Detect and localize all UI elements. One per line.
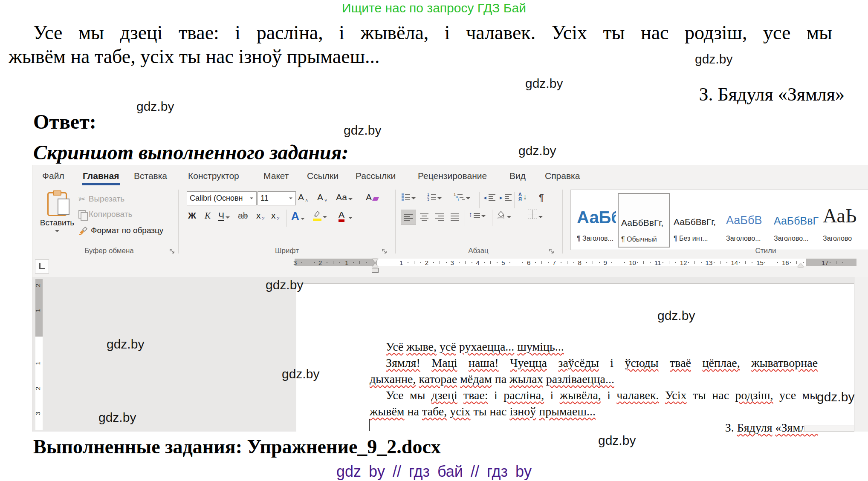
quote-attribution: З. Бядуля «Зямля» bbox=[699, 84, 845, 105]
superscript-button[interactable]: х2 bbox=[271, 210, 280, 221]
align-center-icon bbox=[420, 213, 428, 221]
gdzby-watermark: gdz.by bbox=[598, 433, 636, 448]
line-spacing-button[interactable]: ↕ bbox=[469, 210, 486, 218]
grow-font-button[interactable]: А˄ bbox=[298, 192, 308, 202]
horizontal-ruler-margin-left[interactable]: 321 bbox=[295, 259, 377, 266]
ruler-number: 9 bbox=[603, 259, 607, 266]
sort-az-icon: А Я bbox=[518, 192, 522, 202]
tab-Ссылки[interactable]: Ссылки bbox=[307, 170, 339, 185]
bullets-button[interactable] bbox=[402, 193, 416, 201]
style-preview: АаБбВвГ bbox=[774, 196, 819, 227]
tab-Справка[interactable]: Справка bbox=[545, 170, 580, 185]
style-preview: АаБбВвГг, bbox=[674, 196, 720, 227]
style-item-6[interactable]: АаЬЗаголово bbox=[820, 193, 866, 246]
style-item-3[interactable]: АаБбВвГг,¶ Без инт... bbox=[671, 193, 720, 246]
ruler-number: 2 bbox=[425, 259, 428, 266]
ruler-number: 14 bbox=[731, 259, 738, 266]
document-text-line: З. Бядуля «Зямля» bbox=[370, 420, 818, 435]
style-item-4[interactable]: АаБбВЗаголово... bbox=[723, 193, 769, 246]
tab-Макет[interactable]: Макет bbox=[263, 170, 289, 185]
first-line-indent-marker[interactable] bbox=[372, 259, 378, 262]
decrease-indent-button[interactable]: ◄ bbox=[483, 194, 495, 201]
clipboard-dialog-launcher-icon[interactable] bbox=[170, 249, 175, 254]
paragraph-dialog-launcher-icon[interactable] bbox=[549, 249, 555, 254]
ribbon: Вставить ✂ Вырезать Копировать Формат по… bbox=[32, 186, 868, 258]
shading-button[interactable] bbox=[496, 210, 511, 219]
vertical-ruler[interactable]: 123 bbox=[35, 337, 43, 430]
borders-grid-icon bbox=[528, 210, 537, 219]
font-size-chevron-icon[interactable] bbox=[289, 198, 292, 199]
clear-formatting-button[interactable]: А bbox=[366, 192, 378, 202]
gdzby-watermark: gdz.by bbox=[695, 52, 732, 66]
underline-button[interactable]: Ч bbox=[218, 210, 230, 221]
ruler-number: 16 bbox=[782, 259, 789, 266]
ruler-number: 1 bbox=[34, 308, 41, 312]
style-item-1[interactable]: АаБб¶ Заголов... bbox=[574, 193, 616, 246]
style-item-2[interactable]: АаБбВвГг,¶ Обычный bbox=[618, 193, 670, 248]
italic-button[interactable]: К bbox=[205, 210, 211, 221]
tab-Рецензирование[interactable]: Рецензирование bbox=[418, 170, 487, 185]
hanging-indent-marker[interactable] bbox=[372, 263, 378, 267]
font-name-value: Calibri (Основн bbox=[190, 194, 243, 203]
ruler-number: 2 bbox=[318, 259, 322, 266]
tab-stop-selector[interactable] bbox=[35, 259, 49, 274]
gdzby-watermark: gdz.by bbox=[518, 144, 556, 158]
gdzby-watermark: gdz.by bbox=[344, 123, 381, 138]
tab-Вид[interactable]: Вид bbox=[509, 170, 526, 185]
show-formatting-marks-button[interactable]: ¶ bbox=[539, 192, 544, 203]
strikethrough-button[interactable]: ab bbox=[238, 210, 248, 221]
ruler-number: 3 bbox=[293, 259, 297, 266]
document-text-line: Зямля! Маці наша! Чуецца заўсёды і ўсюды… bbox=[370, 355, 818, 371]
style-item-5[interactable]: АаБбВвГЗаголово... bbox=[771, 193, 819, 246]
borders-button[interactable] bbox=[528, 210, 543, 219]
left-indent-marker[interactable] bbox=[372, 268, 379, 273]
multilevel-list-button[interactable]: 1 a i bbox=[454, 193, 470, 201]
paste-button[interactable]: Вставить bbox=[38, 190, 77, 241]
bold-button[interactable]: Ж bbox=[188, 210, 196, 221]
cut-label: Вырезать bbox=[89, 194, 125, 204]
font-color-button[interactable]: А bbox=[339, 210, 353, 220]
tab-Главная[interactable]: Главная bbox=[83, 170, 119, 185]
vertical-ruler-margin[interactable]: 21 bbox=[35, 279, 43, 337]
change-case-button[interactable]: Аа bbox=[336, 192, 353, 202]
align-right-icon bbox=[435, 213, 444, 221]
increase-indent-button[interactable]: ► bbox=[499, 194, 512, 201]
gdzby-watermark: gdz.by bbox=[525, 76, 563, 91]
font-size-combobox[interactable]: 11 bbox=[258, 191, 296, 205]
document-page[interactable]: Усё жыве, усё рухаецца... шуміць...Зямля… bbox=[296, 283, 855, 432]
ruler-number: 3 bbox=[451, 259, 454, 266]
font-name-combobox[interactable]: Calibri (Основн bbox=[187, 191, 257, 205]
shrink-font-button[interactable]: А˅ bbox=[317, 192, 327, 202]
copy-button[interactable]: Копировать bbox=[78, 208, 132, 220]
ruler-number: 10 bbox=[629, 259, 636, 266]
tab-Конструктор[interactable]: Конструктор bbox=[188, 170, 239, 185]
numbering-button[interactable]: 1 2 3 bbox=[427, 193, 442, 201]
tab-Рассылки[interactable]: Рассылки bbox=[356, 170, 396, 185]
text-effects-button[interactable]: А bbox=[291, 210, 305, 223]
highlight-color-button[interactable] bbox=[313, 210, 327, 219]
style-preview: АаБбВ bbox=[726, 196, 769, 227]
sort-button[interactable]: А Я ↓ bbox=[518, 192, 527, 202]
justify-icon bbox=[451, 213, 459, 221]
cut-button[interactable]: ✂ Вырезать bbox=[78, 193, 124, 205]
subscript-button[interactable]: х2 bbox=[256, 210, 265, 221]
vertical-scrollbar-track[interactable] bbox=[854, 277, 868, 432]
font-dialog-launcher-icon[interactable] bbox=[382, 249, 388, 254]
format-painter-button[interactable]: Формат по образцу bbox=[78, 225, 163, 236]
eraser-icon bbox=[372, 197, 379, 201]
align-center-button[interactable] bbox=[417, 210, 431, 224]
align-left-button[interactable] bbox=[401, 210, 416, 225]
horizontal-ruler-margin-right[interactable]: 17 bbox=[806, 259, 856, 266]
horizontal-scrollbar[interactable] bbox=[804, 426, 854, 432]
paste-chevron-icon[interactable] bbox=[55, 230, 59, 232]
tab-Файл[interactable]: Файл bbox=[42, 170, 64, 185]
clipboard-group-label: Буфер обмена bbox=[58, 247, 160, 255]
align-right-button[interactable] bbox=[432, 210, 447, 224]
font-color-icon: А bbox=[339, 210, 344, 220]
justify-button[interactable] bbox=[448, 210, 462, 224]
screenshot-caption: Скриншот выполненного задания: bbox=[33, 141, 348, 164]
horizontal-ruler[interactable]: 12345678910111213141516 bbox=[377, 259, 806, 266]
right-indent-marker[interactable] bbox=[798, 263, 804, 267]
font-name-chevron-icon[interactable] bbox=[250, 198, 253, 199]
tab-Вставка[interactable]: Вставка bbox=[134, 170, 167, 185]
